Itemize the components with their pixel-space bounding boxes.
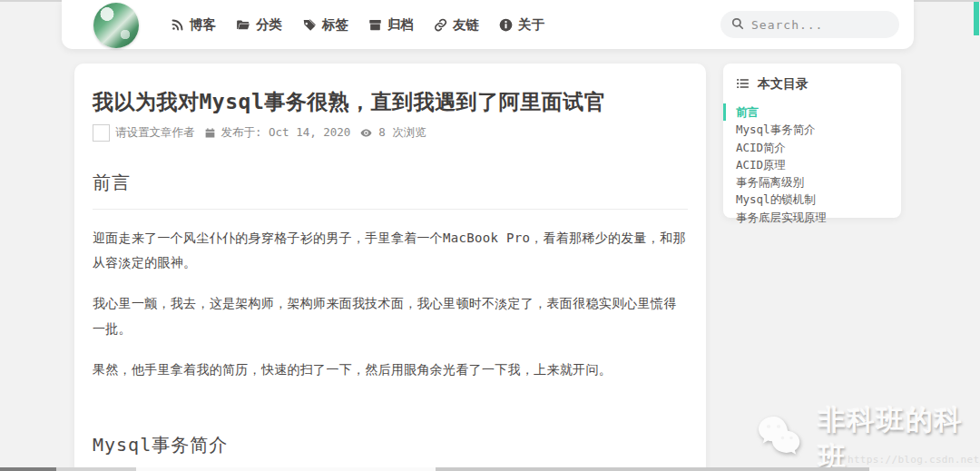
tag-icon bbox=[302, 18, 317, 32]
page-scrollbar-thumb[interactable] bbox=[974, 2, 979, 35]
article-paragraph: 我心里一颤，我去，这是架构师，架构师来面我技术面，我心里顿时不淡定了，表面很稳实… bbox=[93, 291, 688, 341]
nav-item-label: 关于 bbox=[518, 16, 544, 34]
toc-item-acid-principle[interactable]: ACID原理 bbox=[723, 156, 890, 173]
section-heading-preface: 前言 bbox=[93, 171, 688, 210]
toc-item-lock-mechanism[interactable]: Mysql的锁机制 bbox=[723, 191, 890, 208]
bottom-window-edge bbox=[0, 467, 980, 471]
article-paragraph: 果然，他手里拿着我的简历，快速的扫了一下，然后用眼角余光看了一下我，上来就开问。 bbox=[93, 358, 688, 382]
post-meta: 请设置文章作者 发布于: Oct 14, 2020 8 次浏览 bbox=[93, 124, 688, 142]
article-card: 我以为我对Mysql事务很熟，直到我遇到了阿里面试官 请设置文章作者 发布于: … bbox=[74, 64, 706, 471]
nav-item-blog[interactable]: 博客 bbox=[171, 16, 216, 34]
nav-item-label: 友链 bbox=[453, 16, 479, 34]
nav-item-label: 标签 bbox=[322, 16, 348, 34]
nav-item-label: 归档 bbox=[387, 16, 414, 34]
link-icon bbox=[434, 18, 447, 32]
toc-title: 本文目录 bbox=[758, 76, 808, 93]
post-views: 8 次浏览 bbox=[359, 125, 426, 141]
top-navbar: 博客 分类 标签 bbox=[62, 0, 914, 49]
toc-item-underlying-principle[interactable]: 事务底层实现原理 bbox=[723, 209, 890, 226]
site-avatar[interactable] bbox=[93, 3, 139, 48]
nav-item-friends[interactable]: 友链 bbox=[434, 16, 479, 34]
search-input[interactable] bbox=[751, 18, 878, 32]
article-paragraph: 迎面走来了一个风尘仆仆的身穿格子衫的男子，手里拿着一个MacBook Pro，看… bbox=[93, 226, 688, 276]
nav-item-tags[interactable]: 标签 bbox=[302, 16, 348, 34]
post-date: 发布于: Oct 14, 2020 bbox=[204, 125, 351, 141]
search-icon bbox=[731, 16, 744, 34]
toc-item-isolation-levels[interactable]: 事务隔离级别 bbox=[723, 173, 890, 191]
eye-icon bbox=[359, 127, 373, 139]
post-author: 请设置文章作者 bbox=[93, 124, 195, 142]
csdn-url-watermark: https://blog.csdn.net/qq_43255017 bbox=[848, 454, 980, 466]
nav-item-label: 博客 bbox=[190, 16, 216, 34]
post-views-label: 8 次浏览 bbox=[378, 125, 426, 141]
toc-item-preface[interactable]: 前言 bbox=[723, 103, 890, 121]
toc-card: 本文目录 前言 Mysql事务简介 ACID简介 ACID原理 事务隔离级别 M… bbox=[723, 64, 901, 218]
calendar-icon bbox=[204, 127, 216, 139]
broken-image-icon bbox=[93, 124, 110, 142]
archive-icon bbox=[368, 18, 382, 32]
post-author-label: 请设置文章作者 bbox=[115, 125, 195, 141]
list-icon bbox=[736, 77, 750, 93]
wechat-icon bbox=[755, 415, 811, 464]
toc-item-mysql-intro[interactable]: Mysql事务简介 bbox=[723, 121, 890, 138]
rss-icon bbox=[171, 18, 184, 32]
section-heading-mysql-intro: Mysql事务简介 bbox=[93, 433, 688, 471]
toc-header: 本文目录 bbox=[723, 76, 890, 93]
nav-menu: 博客 分类 标签 bbox=[171, 16, 544, 34]
nav-item-about[interactable]: 关于 bbox=[499, 16, 544, 34]
nav-item-categories[interactable]: 分类 bbox=[236, 16, 282, 34]
nav-item-archives[interactable]: 归档 bbox=[368, 16, 414, 34]
toc-list: 前言 Mysql事务简介 ACID简介 ACID原理 事务隔离级别 Mysql的… bbox=[723, 103, 890, 226]
folder-icon bbox=[236, 18, 250, 32]
post-date-label: 发布于: Oct 14, 2020 bbox=[221, 125, 351, 141]
toc-item-acid-intro[interactable]: ACID简介 bbox=[723, 139, 890, 156]
post-title: 我以为我对Mysql事务很熟，直到我遇到了阿里面试官 bbox=[93, 89, 688, 116]
info-icon bbox=[499, 18, 513, 32]
search-box[interactable] bbox=[720, 11, 899, 38]
nav-item-label: 分类 bbox=[256, 16, 282, 34]
